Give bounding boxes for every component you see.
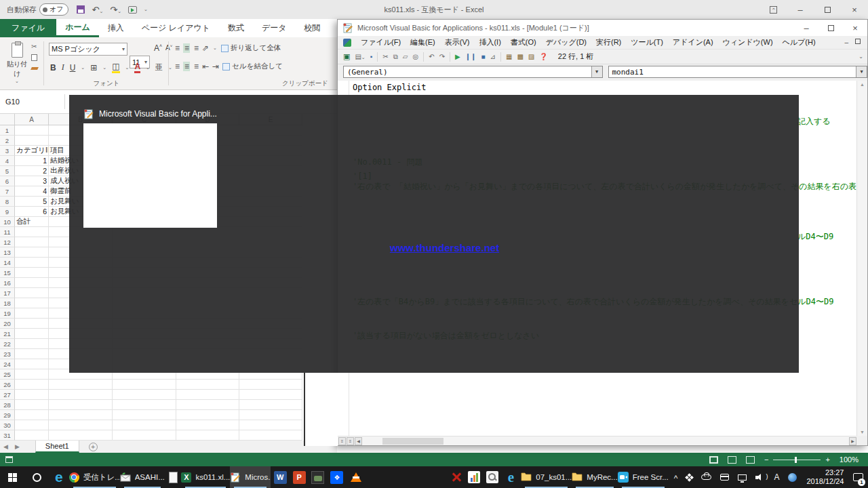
cell[interactable] <box>15 349 49 359</box>
action-center-button[interactable]: 1 <box>848 466 868 488</box>
taskbar-notes-app[interactable] <box>165 466 182 488</box>
row-header-17[interactable]: 17 <box>0 288 15 298</box>
close-button[interactable]: × <box>841 0 868 19</box>
page-layout-view-icon[interactable] <box>728 456 736 464</box>
row-header-5[interactable]: 5 <box>0 166 15 176</box>
taskbar-dropbox[interactable]: ❖ <box>328 466 347 488</box>
decrease-font-icon[interactable]: A˅ <box>165 44 172 52</box>
row-header-1[interactable]: 1 <box>0 125 15 136</box>
cell[interactable] <box>239 410 302 420</box>
taskbar-folder-ks01[interactable]: 07_ks01... <box>521 466 572 488</box>
cell[interactable] <box>176 420 239 430</box>
row-header-2[interactable]: 2 <box>0 136 15 146</box>
cell[interactable] <box>15 278 49 288</box>
row-header-18[interactable]: 18 <box>0 298 15 308</box>
properties-icon[interactable]: ▩ <box>517 53 523 60</box>
tray-display-icon[interactable] <box>738 474 747 481</box>
tray-onedrive-icon[interactable] <box>701 474 711 480</box>
taskbar-word[interactable]: W <box>271 466 290 488</box>
italic-button[interactable]: I <box>62 62 64 73</box>
object-combo[interactable]: (General)▼ <box>343 66 603 78</box>
page-break-view-icon[interactable] <box>746 456 755 464</box>
row-header-15[interactable]: 15 <box>0 268 15 278</box>
ribbon-tab-2[interactable]: 挿入 <box>99 19 133 37</box>
align-center-icon[interactable]: ≡ <box>183 62 190 71</box>
align-top-icon[interactable]: ≡ <box>175 43 179 53</box>
mdi-child-controls[interactable]: – <box>844 39 861 46</box>
tray-volume-icon[interactable]: ) <box>755 474 765 481</box>
cell[interactable]: 6 <box>15 207 49 217</box>
borders-button[interactable]: ⊞ <box>90 63 97 73</box>
tray-sphere-icon[interactable] <box>788 473 797 482</box>
normal-view-icon[interactable] <box>709 456 718 464</box>
taskbar-chart-app[interactable] <box>465 466 483 488</box>
save-icon[interactable] <box>77 5 85 14</box>
row-header-13[interactable]: 13 <box>0 247 15 258</box>
row-header-29[interactable]: 29 <box>0 410 15 420</box>
minimize-button[interactable]: – <box>787 0 814 19</box>
cell[interactable] <box>15 136 49 146</box>
taskbar-powerpoint[interactable]: P <box>290 466 309 488</box>
cell[interactable] <box>15 390 49 400</box>
cell[interactable] <box>113 390 176 400</box>
row-header-28[interactable]: 28 <box>0 400 15 410</box>
taskbar-magnifier-app[interactable] <box>483 466 500 488</box>
cell[interactable] <box>15 319 49 329</box>
vba-find-icon[interactable]: ◎ <box>413 53 419 60</box>
cell[interactable] <box>113 430 176 441</box>
phonetic-button[interactable]: 亜 <box>155 62 163 73</box>
touch-mode-icon[interactable] <box>128 6 137 14</box>
cell[interactable] <box>15 288 49 298</box>
taskbar-becky[interactable]: ASAHI... <box>120 466 165 488</box>
align-right-icon[interactable]: ≡ <box>194 62 198 71</box>
row-header-3[interactable]: 3 <box>0 146 15 156</box>
cut-icon[interactable]: ✂ <box>31 43 38 50</box>
status-left-icon[interactable] <box>5 456 13 463</box>
cell[interactable] <box>49 390 113 400</box>
view-excel-icon[interactable]: ▣ <box>343 52 350 61</box>
cell[interactable] <box>176 400 239 410</box>
increase-font-icon[interactable]: A˄ <box>154 43 162 53</box>
cell[interactable] <box>15 237 49 247</box>
taskbar-vba[interactable]: Micros... <box>230 466 271 488</box>
vba-paste-icon[interactable]: ▱ <box>403 53 408 60</box>
vba-menu-2[interactable]: 表示(V) <box>445 37 470 47</box>
new-sheet-button[interactable]: + <box>89 443 98 451</box>
sheet-nav-right-icon[interactable]: ▶ <box>15 443 20 450</box>
copy-icon[interactable] <box>31 54 37 61</box>
qat-customize-icon[interactable]: ⌄ <box>144 7 148 12</box>
vba-vertical-scrollbar[interactable]: ▲▼ <box>856 81 867 436</box>
cell[interactable] <box>15 268 49 278</box>
split-handle[interactable]: ≡ <box>338 437 346 445</box>
row-header-8[interactable]: 8 <box>0 197 15 207</box>
split-handle[interactable]: ≡ <box>347 437 354 445</box>
cell[interactable] <box>15 369 49 380</box>
project-explorer-icon[interactable]: ▦ <box>506 53 512 60</box>
underline-button[interactable]: U <box>70 63 76 73</box>
cell[interactable] <box>15 298 49 308</box>
cell[interactable] <box>49 400 113 410</box>
taskbar-clock[interactable]: 23:27 2018/12/24 <box>802 466 848 488</box>
cell[interactable] <box>15 380 49 390</box>
row-header-30[interactable]: 30 <box>0 420 15 430</box>
cell[interactable] <box>239 420 302 430</box>
row-header-25[interactable]: 25 <box>0 369 15 380</box>
row-header-27[interactable]: 27 <box>0 390 15 400</box>
row-header-22[interactable]: 22 <box>0 339 15 349</box>
vba-maximize-button[interactable] <box>818 20 843 36</box>
cell[interactable]: カテゴリID <box>15 146 49 156</box>
row-header-24[interactable]: 24 <box>0 359 15 369</box>
procedure-combo[interactable]: mondai1▼ <box>608 66 868 78</box>
vba-menu-8[interactable]: アドイン(A) <box>673 37 713 47</box>
cell[interactable] <box>176 430 239 441</box>
ribbon-tab-6[interactable]: 校閲 <box>296 19 330 37</box>
undo-icon[interactable]: ↶⌄ <box>92 5 103 15</box>
cell[interactable] <box>15 359 49 369</box>
vba-menu-6[interactable]: 実行(R) <box>596 37 621 47</box>
cell[interactable] <box>49 380 113 390</box>
vba-copy-icon[interactable]: ⧉ <box>393 53 398 61</box>
row-header-11[interactable]: 11 <box>0 227 15 237</box>
cell[interactable] <box>113 410 176 420</box>
row-header-16[interactable]: 16 <box>0 278 15 288</box>
vba-menu-10[interactable]: ヘルプ(H) <box>783 37 816 47</box>
